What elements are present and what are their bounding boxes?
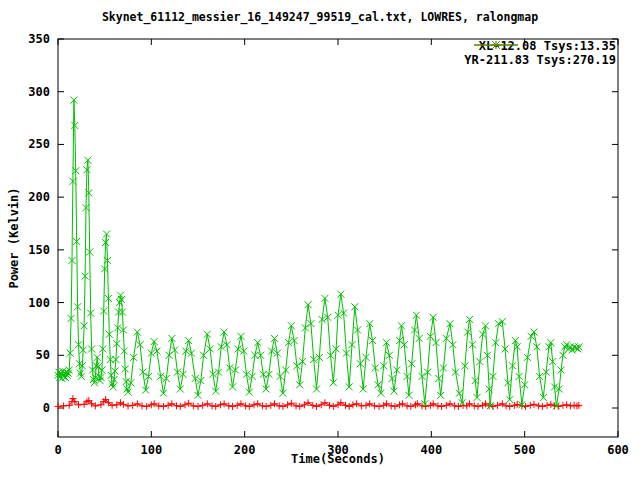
y-tick-label: 250: [28, 137, 50, 151]
plot-area: 0100200300400500600050100150200250300350: [0, 0, 640, 480]
y-tick-label: 300: [28, 85, 50, 99]
series-markers-0: [55, 395, 583, 410]
x-tick-label: 500: [514, 443, 536, 457]
x-tick-label: 0: [54, 443, 61, 457]
legend-green-cross-line-icon: [472, 39, 520, 51]
legend-item-yr: YR-211.83 Tsys:270.19: [464, 53, 616, 67]
y-tick-label: 0: [43, 401, 50, 415]
x-tick-label: 300: [327, 443, 349, 457]
y-tick-label: 100: [28, 296, 50, 310]
legend-label-yr: YR-211.83 Tsys:270.19: [464, 53, 616, 67]
x-tick-label: 400: [420, 443, 442, 457]
plot-border: [58, 39, 618, 437]
x-tick-label: 200: [234, 443, 256, 457]
gnuplot-chart-window: Skynet_61112_messier_16_149247_99519_cal…: [0, 0, 640, 480]
legend: XL-12.08 Tsys:13.35 YR-211.83 Tsys:270.1…: [464, 39, 616, 67]
y-tick-label: 200: [28, 190, 50, 204]
y-tick-label: 150: [28, 243, 50, 257]
x-tick-label: 100: [140, 443, 162, 457]
y-tick-label: 50: [36, 348, 50, 362]
x-tick-label: 600: [607, 443, 629, 457]
y-tick-label: 350: [28, 32, 50, 46]
